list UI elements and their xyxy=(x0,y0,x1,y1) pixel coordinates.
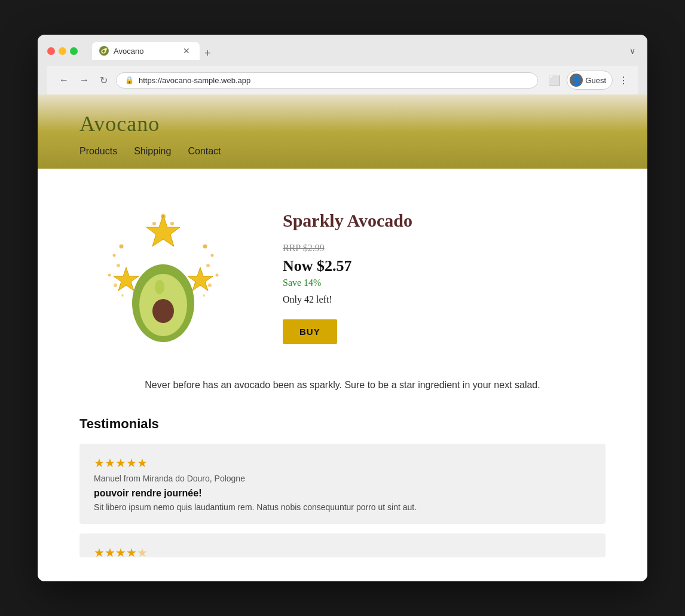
new-tab-button[interactable]: + xyxy=(200,47,216,60)
avocado-graphic xyxy=(79,199,247,354)
svg-point-8 xyxy=(121,294,124,297)
svg-point-4 xyxy=(113,254,116,257)
maximize-traffic-light[interactable] xyxy=(70,47,78,55)
guest-profile-button[interactable]: 👤 Guest xyxy=(567,71,613,90)
tab-close-icon[interactable]: ✕ xyxy=(183,46,190,56)
svg-point-10 xyxy=(211,254,214,257)
forward-button[interactable]: → xyxy=(77,74,91,87)
tab-title: Avocano xyxy=(114,47,143,56)
site-nav: Products Shipping Contact xyxy=(38,146,647,169)
svg-point-13 xyxy=(208,283,212,287)
svg-point-12 xyxy=(216,274,219,277)
svg-point-21 xyxy=(155,280,164,294)
browser-controls: 🥑 Avocano ✕ + ∨ xyxy=(47,42,638,60)
back-button[interactable]: ← xyxy=(57,74,71,87)
product-save: Save 14% xyxy=(283,277,606,288)
guest-label: Guest xyxy=(585,76,606,85)
testimonials-title: Testimonials xyxy=(79,416,606,432)
url-text: https://avocano-sample.web.app xyxy=(139,76,250,85)
tab-expand-icon[interactable]: ∨ xyxy=(629,46,638,56)
site-logo-area: Avocano xyxy=(38,94,647,146)
svg-point-1 xyxy=(170,222,174,225)
guest-avatar-icon: 👤 xyxy=(570,74,583,87)
product-image-area xyxy=(79,199,247,354)
address-bar[interactable]: 🔒 https://avocano-sample.web.app xyxy=(116,72,538,89)
browser-actions: ⬜ 👤 Guest ⋮ xyxy=(549,71,628,90)
product-details: Sparkly Avocado RRP $2.99 Now $2.57 Save… xyxy=(283,199,606,344)
svg-point-9 xyxy=(203,245,207,249)
svg-point-14 xyxy=(203,294,205,297)
tab-favicon-icon: 🥑 xyxy=(99,46,109,56)
browser-titlebar: 🥑 Avocano ✕ + ∨ ← → ↻ 🔒 https://avocano-… xyxy=(38,35,647,94)
nav-products[interactable]: Products xyxy=(79,146,117,157)
tab-bar: 🥑 Avocano ✕ + xyxy=(92,42,216,60)
testimonials-section: Testimonials ★★★★★ Manuel from Miranda d… xyxy=(38,416,647,581)
testimonial-card-partial: ★★★★★ xyxy=(79,533,606,557)
svg-point-7 xyxy=(114,283,117,287)
testimonial-card: ★★★★★ Manuel from Miranda do Douro, Polo… xyxy=(79,444,606,524)
testimonial-author: Manuel from Miranda do Douro, Pologne xyxy=(94,474,591,483)
nav-shipping[interactable]: Shipping xyxy=(134,146,171,157)
testimonial-stars-partial: ★★★★★ xyxy=(94,545,591,557)
product-rrp: RRP $2.99 xyxy=(283,243,606,254)
traffic-lights xyxy=(47,47,78,55)
browser-window: 🥑 Avocano ✕ + ∨ ← → ↻ 🔒 https://avocano-… xyxy=(38,35,647,581)
product-description: Never before has an avocado been as spar… xyxy=(38,372,647,416)
svg-point-2 xyxy=(152,222,156,225)
product-section: Sparkly Avocado RRP $2.99 Now $2.57 Save… xyxy=(38,169,647,372)
site-header: Avocano Products Shipping Contact xyxy=(38,94,647,169)
minimize-traffic-light[interactable] xyxy=(59,47,66,55)
product-price: Now $2.57 xyxy=(283,257,606,275)
product-stock: Only 42 left! xyxy=(283,294,606,305)
svg-point-11 xyxy=(206,264,210,267)
testimonial-stars: ★★★★★ xyxy=(94,456,591,470)
svg-point-5 xyxy=(117,264,120,267)
browser-tab[interactable]: 🥑 Avocano ✕ xyxy=(92,42,200,60)
lock-icon: 🔒 xyxy=(125,76,134,84)
close-traffic-light[interactable] xyxy=(47,47,55,55)
cast-button[interactable]: ⬜ xyxy=(549,75,561,86)
testimonial-body: Sit libero ipsum nemo quis laudantium re… xyxy=(94,502,591,512)
browser-addressbar: ← → ↻ 🔒 https://avocano-sample.web.app ⬜… xyxy=(47,66,638,94)
product-title: Sparkly Avocado xyxy=(283,211,606,231)
svg-point-6 xyxy=(108,274,111,277)
site-content: Avocano Products Shipping Contact xyxy=(38,94,647,581)
testimonial-headline: pouvoir rendre journée! xyxy=(94,488,591,499)
description-text: Never before has an avocado been as spar… xyxy=(79,378,606,392)
site-logo: Avocano xyxy=(79,112,160,136)
more-options-button[interactable]: ⋮ xyxy=(619,75,628,86)
reload-button[interactable]: ↻ xyxy=(97,74,110,87)
svg-point-3 xyxy=(120,245,124,249)
svg-marker-15 xyxy=(146,215,180,246)
buy-button[interactable]: BUY xyxy=(283,319,337,344)
svg-point-20 xyxy=(152,299,174,323)
nav-contact[interactable]: Contact xyxy=(188,146,221,157)
